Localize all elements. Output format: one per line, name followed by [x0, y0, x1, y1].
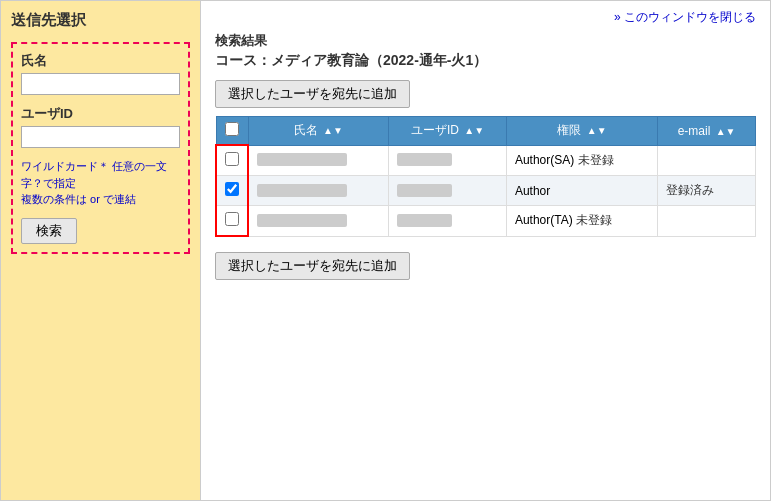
- role-sort-icon[interactable]: ▲▼: [587, 125, 607, 136]
- row3-userid: [389, 206, 507, 237]
- row2-role: Author: [506, 176, 657, 206]
- add-recipients-button-bottom[interactable]: 選択したユーザを宛先に追加: [215, 252, 410, 280]
- row3-checkbox[interactable]: [225, 212, 239, 226]
- table-row: Author(SA) 未登録: [216, 145, 756, 176]
- userid-label: ユーザID: [21, 105, 180, 123]
- row1-email-status: 未登録: [578, 153, 614, 167]
- row1-email: [658, 145, 756, 176]
- row2-name-blurred: [257, 184, 347, 197]
- col-header-name: 氏名 ▲▼: [248, 117, 389, 146]
- select-all-checkbox[interactable]: [225, 122, 239, 136]
- userid-input[interactable]: [21, 126, 180, 148]
- results-table-container: 氏名 ▲▼ ユーザID ▲▼ 権限 ▲▼ e-mail ▲▼: [215, 116, 756, 237]
- search-button[interactable]: 検索: [21, 218, 77, 244]
- wildcard-note: ワイルドカード＊ 任意の一文字？で指定複数の条件は or で連結: [21, 158, 180, 208]
- row1-name-blurred: [257, 153, 347, 166]
- row2-name: [248, 176, 389, 206]
- search-form: 氏名 ユーザID ワイルドカード＊ 任意の一文字？で指定複数の条件は or で連…: [11, 42, 190, 254]
- row1-userid: [389, 145, 507, 176]
- userid-sort-icon[interactable]: ▲▼: [464, 125, 484, 136]
- row2-userid: [389, 176, 507, 206]
- row3-role: Author(TA) 未登録: [506, 206, 657, 237]
- table-row: Author 登録済み: [216, 176, 756, 206]
- row1-role: Author(SA) 未登録: [506, 145, 657, 176]
- row1-checkbox[interactable]: [225, 152, 239, 166]
- name-input[interactable]: [21, 73, 180, 95]
- main-content: » このウィンドウを閉じる 検索結果 コース：メディア教育論（2022-通年-火…: [201, 1, 770, 500]
- sidebar: 送信先選択 氏名 ユーザID ワイルドカード＊ 任意の一文字？で指定複数の条件は…: [1, 1, 201, 500]
- name-sort-icon[interactable]: ▲▼: [323, 125, 343, 136]
- close-window-link[interactable]: » このウィンドウを閉じる: [215, 9, 756, 26]
- row1-userid-blurred: [397, 153, 452, 166]
- row3-email: [658, 206, 756, 237]
- row2-checkbox-cell: [216, 176, 248, 206]
- row2-checkbox[interactable]: [225, 182, 239, 196]
- results-table: 氏名 ▲▼ ユーザID ▲▼ 権限 ▲▼ e-mail ▲▼: [215, 116, 756, 237]
- name-label: 氏名: [21, 52, 180, 70]
- row1-name: [248, 145, 389, 176]
- row3-name-blurred: [257, 214, 347, 227]
- course-title: コース：メディア教育論（2022-通年-火1）: [215, 52, 756, 70]
- row2-email-status: 登録済み: [658, 176, 756, 206]
- col-header-email: e-mail ▲▼: [658, 117, 756, 146]
- row3-email-status: 未登録: [576, 213, 612, 227]
- col-header-role: 権限 ▲▼: [506, 117, 657, 146]
- sidebar-title: 送信先選択: [11, 11, 190, 30]
- row3-name: [248, 206, 389, 237]
- row1-checkbox-cell: [216, 145, 248, 176]
- col-header-userid: ユーザID ▲▼: [389, 117, 507, 146]
- table-row: Author(TA) 未登録: [216, 206, 756, 237]
- result-label: 検索結果: [215, 32, 756, 50]
- email-sort-icon[interactable]: ▲▼: [716, 126, 736, 137]
- add-recipients-button-top[interactable]: 選択したユーザを宛先に追加: [215, 80, 410, 108]
- row3-checkbox-cell: [216, 206, 248, 237]
- row2-userid-blurred: [397, 184, 452, 197]
- row3-userid-blurred: [397, 214, 452, 227]
- col-header-checkbox: [216, 117, 248, 146]
